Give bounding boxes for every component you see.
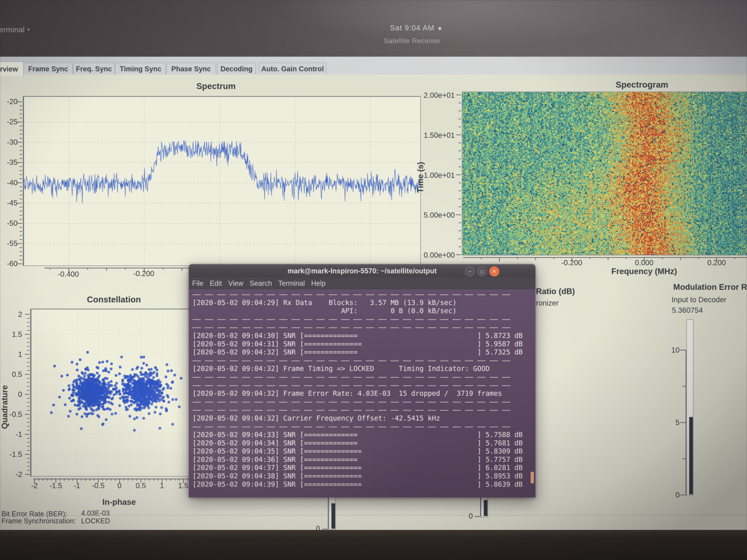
minimize-icon: − [468,269,471,274]
snr-gauge-zero: 0 [458,512,473,520]
terminal-line: [2020-05-02 09:04:32] Frame Error Rate: … [192,390,523,398]
close-icon: ✕ [492,269,496,274]
tab-decoding[interactable]: Decoding [217,62,256,75]
terminal-viewport[interactable]: —— —— —— —— —— —— —— —— —— —— —— —— —— —… [189,289,535,498]
terminal-line: —— —— —— —— —— —— —— —— —— —— —— —— —— —… [192,373,523,381]
top-panel: Terminal▾ Sat 9:04 AM Satellite Receiver [0,0,747,57]
spectrum-ytick: -25 [0,117,18,126]
panel-app-menu[interactable]: Terminal▾ [0,26,30,34]
tab-freq-sync-label: Freq. Sync [76,65,112,73]
spectrum-xtick: -0.400 [50,270,87,278]
terminal-line: —— —— —— —— —— —— —— —— —— —— —— —— —— —… [192,398,523,406]
ber-label: Bit Error Rate (BER): [1,510,67,518]
close-button[interactable]: ✕ [489,266,499,276]
terminal-line: —— —— —— —— —— —— —— —— —— —— —— —— —— —… [192,423,523,431]
frame-sync-label: Frame Synchronization: [1,517,76,525]
constellation-ytick: -1.5 [4,450,22,458]
maximize-button[interactable]: ◻ [477,266,487,276]
terminal-line: [2020-05-02 09:04:32] Frame Timing => LO… [192,365,523,373]
mer-gauge-tick-10: 10 [665,346,679,354]
spectrum-ytick: -30 [0,138,18,146]
spectrum-ytick: -40 [0,179,18,187]
spectrogram-xtick: 0.200 [698,259,735,267]
tab-auto-gain-control-label: Auto. Gain Control [261,65,324,73]
minimize-button[interactable]: − [465,266,475,276]
chevron-down-icon: ▾ [27,27,30,32]
terminal-titlebar[interactable]: mark@mark-Inspiron-5570: ~/satellite/out… [189,264,535,277]
constellation-xlabel: In-phase [82,498,156,507]
spectrogram-xlabel: Frequency (MHz) [607,267,681,276]
tab-decoding-label: Decoding [221,65,253,73]
tab-auto-gain-control[interactable]: Auto. Gain Control [259,62,326,75]
terminal-line: [2020-05-02 09:04:32] SNR [=============… [192,348,523,356]
screen-glare [278,0,686,45]
spectrum-ytick: -55 [0,239,18,247]
frame-sync-value: LOCKED [81,517,110,525]
terminal-output: —— —— —— —— —— —— —— —— —— —— —— —— —— —… [192,290,523,488]
constellation-ytick: 1.5 [4,330,22,339]
tab-overview[interactable]: rview [0,61,24,76]
terminal-line: —— —— —— —— —— —— —— —— —— —— —— —— —— —… [192,290,523,299]
hidden-gauge-zero: 0 [305,525,320,530]
menu-view[interactable]: View [228,277,243,289]
mer-panel-value: 5.360754 [672,306,703,315]
snr-panel-subtitle-fragment: ronizer [536,299,559,307]
terminal-line: [2020-05-02 09:04:29] Rx Data Blocks: 3.… [192,299,523,307]
panel-clock[interactable]: Sat 9:04 AM [357,24,468,32]
spectrum-ytick: -60 [0,260,18,268]
spectrogram-ytick: 2.00e+01 [418,91,455,100]
tab-phase-sync-label: Phase Sync [171,65,211,73]
tab-freq-sync[interactable]: Freq. Sync [73,62,115,75]
notification-dot-icon [438,27,441,30]
terminal-line: —— —— —— —— —— —— —— —— —— —— —— —— —— —… [192,406,523,414]
menu-help[interactable]: Help [311,277,326,289]
constellation-ytick: -2 [4,470,22,479]
terminal-line: [2020-05-02 09:04:31] SNR [=============… [192,340,523,348]
snr-panel-title-fragment: Ratio (dB) [536,287,575,296]
tab-timing-sync[interactable]: Timing Sync [115,62,166,75]
spectrum-title: Spectrum [176,81,256,91]
constellation-ytick: 1 [4,350,22,358]
terminal-window: mark@mark-Inspiron-5570: ~/satellite/out… [189,264,535,498]
spectrogram-ytick: 5.00e+00 [418,211,455,219]
constellation-title: Constellation [68,294,160,304]
constellation-ylabel: Quadrature [0,376,9,438]
tab-overview-label: rview [0,65,18,73]
tab-phase-sync[interactable]: Phase Sync [166,62,216,75]
laptop-bezel: DELL [0,530,747,560]
laptop-screen: Terminal▾ Sat 9:04 AM Satellite Receiver… [0,0,747,530]
mer-gauge-tick-0: 0 [665,491,679,499]
spectrogram-ylabel: Time (s) [416,146,425,209]
constellation-ytick: 2 [4,310,22,319]
panel-app-menu-label: Terminal [0,26,25,34]
ber-value: 4.03E-03 [81,509,110,517]
terminal-line: —— —— —— —— —— —— —— —— —— —— —— —— —— —… [192,381,523,390]
terminal-line: [2020-05-02 09:04:37] SNR [=============… [192,464,523,472]
terminal-line: [2020-05-02 09:04:35] SNR [=============… [192,447,523,456]
menu-file[interactable]: File [192,277,203,289]
terminal-line: [2020-05-02 09:04:33] SNR [=============… [192,431,523,439]
terminal-line: API: 0 B (0.0 kB/sec) [192,307,523,315]
spectrum-xtick: -0.200 [125,269,162,278]
spectrum-ytick: -45 [0,199,18,207]
spectrogram-title: Spectrogram [596,80,688,90]
terminal-scrollbar-thumb[interactable] [531,472,534,483]
tab-frame-sync[interactable]: Frame Sync [24,62,73,75]
terminal-line: [2020-05-02 09:04:32] Carrier Frequency … [192,414,523,423]
maximize-icon: ◻ [480,269,484,274]
tab-timing-sync-label: Timing Sync [120,65,161,73]
terminal-line: [2020-05-02 09:04:34] SNR [=============… [192,439,523,447]
spectrogram-xtick: 0.000 [626,259,663,267]
spectrum-ytick: -20 [0,98,18,106]
terminal-line: [2020-05-02 09:04:30] SNR [=============… [192,332,523,340]
mer-gauge-tick-5: 5 [665,418,679,427]
tab-bar: rview Frame Sync Freq. Sync Timing Sync … [0,57,747,75]
menu-terminal[interactable]: Terminal [278,277,305,289]
menu-edit[interactable]: Edit [210,277,222,289]
terminal-line: [2020-05-02 09:04:39] SNR [=============… [192,480,523,489]
terminal-line: [2020-05-02 09:04:36] SNR [=============… [192,456,523,464]
window-bottom-edge [0,515,747,515]
menu-search[interactable]: Search [250,277,272,289]
terminal-line: —— —— —— —— —— —— —— —— —— —— —— —— —— —… [192,315,523,323]
spectrum-ytick: -35 [0,158,18,166]
